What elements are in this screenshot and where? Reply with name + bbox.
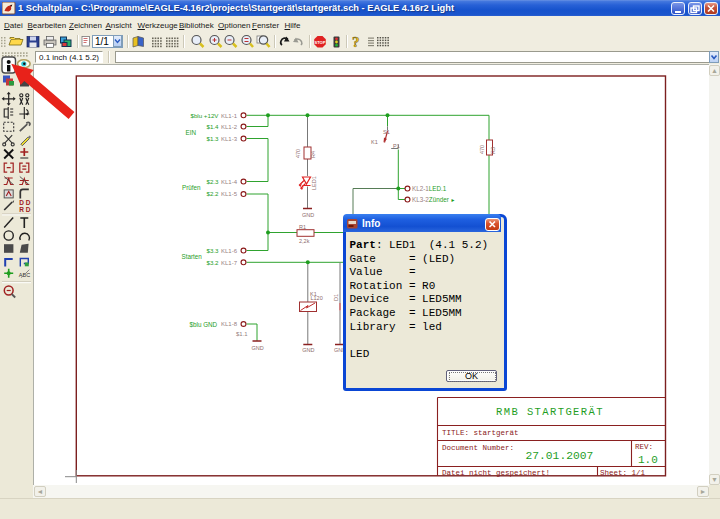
svg-text:$1.4: $1.4: [206, 123, 219, 130]
svg-text:$1.3: $1.3: [206, 135, 219, 142]
svg-text:Prüfen: Prüfen: [182, 184, 201, 191]
svg-text:1.0: 1.0: [638, 454, 658, 466]
svg-text:KL1-4: KL1-4: [221, 179, 238, 185]
svg-text:KL2-1LED.1: KL2-1LED.1: [412, 185, 447, 192]
svg-text:R4: R4: [310, 151, 316, 158]
svg-text:TITLE: startgerät: TITLE: startgerät: [442, 429, 519, 437]
svg-text:470: 470: [479, 145, 485, 154]
svg-text:Starten: Starten: [182, 253, 203, 260]
svg-text:GND: GND: [252, 345, 264, 351]
svg-text:KL1-5: KL1-5: [221, 191, 238, 197]
svg-text:KL1-2: KL1-2: [221, 124, 238, 130]
svg-text:LED1: LED1: [311, 176, 317, 190]
svg-text:GND: GND: [302, 347, 314, 353]
svg-text:KL1-3: KL1-3: [221, 136, 238, 142]
svg-text:27.01.2007: 27.01.2007: [526, 450, 594, 462]
svg-text:KL3-2Zünder ►: KL3-2Zünder ►: [412, 196, 455, 203]
svg-text:P1: P1: [393, 143, 400, 149]
svg-text:$blu +12V: $blu +12V: [190, 112, 219, 119]
svg-text:STOP: STOP: [315, 40, 326, 45]
svg-text:KL1-1: KL1-1: [221, 113, 238, 119]
svg-text:$blu GND: $blu GND: [190, 321, 218, 328]
svg-text:Document Number:: Document Number:: [442, 444, 514, 452]
svg-text:$2.2: $2.2: [206, 190, 219, 197]
svg-text:Sheet: 1/1: Sheet: 1/1: [600, 469, 646, 477]
svg-text:$2.3: $2.3: [206, 178, 219, 185]
svg-text:?: ?: [352, 34, 360, 50]
svg-text:$3.2: $3.2: [206, 259, 219, 266]
svg-text:KL1-6: KL1-6: [221, 248, 238, 254]
svg-text:R3: R3: [490, 147, 496, 154]
svg-text:S1: S1: [383, 129, 390, 135]
svg-text:$3.3: $3.3: [206, 247, 219, 254]
svg-text:R D: R D: [19, 206, 31, 213]
svg-text:K1: K1: [371, 139, 378, 145]
svg-text:Datei nicht gespeichert!: Datei nicht gespeichert!: [442, 469, 550, 477]
svg-text:2,2k: 2,2k: [299, 238, 310, 244]
svg-text:KL1-7: KL1-7: [221, 260, 238, 266]
svg-text:REV:: REV:: [635, 443, 653, 451]
svg-text:RMB STARTGERÄT: RMB STARTGERÄT: [496, 406, 604, 418]
svg-text:470: 470: [295, 149, 301, 158]
svg-text:D1: D1: [333, 294, 339, 301]
svg-text:L120: L120: [311, 295, 323, 301]
svg-text:R1: R1: [299, 224, 306, 230]
svg-text:$1.1: $1.1: [236, 331, 248, 337]
svg-text:KL1-8: KL1-8: [221, 321, 238, 327]
svg-text:GND: GND: [302, 212, 314, 218]
svg-text:EIN: EIN: [186, 129, 197, 136]
